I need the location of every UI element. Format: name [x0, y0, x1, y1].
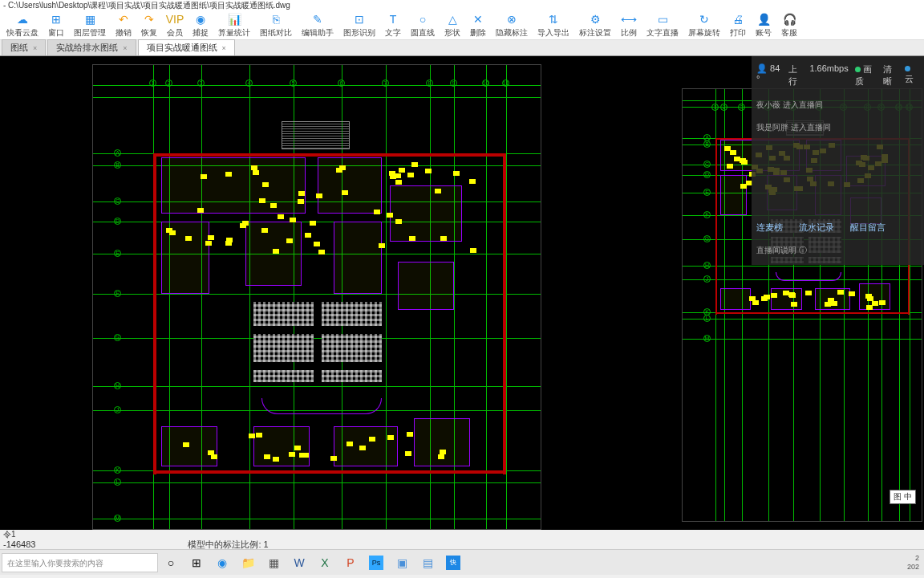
快看云盘-icon: ☁	[15, 12, 30, 26]
编辑助手-icon: ✎	[310, 12, 325, 26]
viewers-label: 👤 84 °	[756, 63, 782, 88]
chat-msg: 夜小薇 进入直播间	[756, 100, 919, 111]
图纸对比-icon: ⎘	[269, 12, 283, 26]
窗口-icon: ⊞	[49, 12, 63, 26]
app-icon[interactable]: ▦	[261, 552, 286, 574]
overlay-stats: 👤 84 ° 上行 1.66mbps 画质 清晰 云	[756, 61, 919, 90]
tool-窗口[interactable]: ⊞窗口	[43, 10, 69, 40]
edge-icon[interactable]: ◉	[209, 552, 235, 574]
tool-形状[interactable]: △形状	[440, 10, 465, 40]
形状-icon: △	[445, 12, 460, 26]
导入导出-icon: ⇅	[546, 12, 561, 26]
撤销-icon: ↶	[116, 12, 131, 26]
打印-icon: 🖨	[731, 12, 745, 26]
scale-readout: 模型中的标注比例: 1	[188, 539, 268, 549]
算量统计-icon: 📊	[227, 12, 241, 26]
tool-图层管理[interactable]: ▦图层管理	[69, 10, 111, 40]
tool-客服[interactable]: 🎧客服	[776, 10, 802, 40]
overlay-btn[interactable]: 连麦榜	[756, 222, 783, 234]
tool-标注设置[interactable]: ⚙标注设置	[574, 10, 616, 40]
app3-icon[interactable]: ▤	[415, 552, 440, 574]
excel-icon[interactable]: X	[312, 552, 338, 574]
status-line-1: 令1	[0, 530, 924, 539]
coord-readout: -146483	[3, 539, 35, 549]
tab[interactable]: 实战给排水图纸×	[47, 39, 136, 55]
tool-快看云盘[interactable]: ☁快看云盘	[2, 10, 43, 40]
search-input[interactable]: 在这里输入你要搜索的内容	[2, 553, 158, 572]
恢复-icon: ↷	[142, 12, 156, 26]
tool-屏幕旋转[interactable]: ↻屏幕旋转	[683, 10, 725, 40]
图形识别-icon: ⊡	[352, 12, 367, 26]
tool-导入导出[interactable]: ⇅导入导出	[533, 10, 574, 40]
chat-msg: 我是阿胖 进入直播间	[756, 122, 919, 133]
标注设置-icon: ⚙	[588, 12, 602, 26]
文字直播-icon: ▭	[655, 12, 670, 26]
捕捉-icon: ◉	[193, 12, 208, 26]
tool-图形识别[interactable]: ⊡图形识别	[338, 10, 380, 40]
status-line-2: -146483 模型中的标注比例: 1	[0, 539, 924, 549]
close-icon[interactable]: ×	[222, 44, 226, 52]
app4-icon[interactable]: 快	[446, 556, 460, 570]
删除-icon: ✕	[471, 12, 485, 26]
ppt-icon[interactable]: P	[338, 552, 363, 574]
隐藏标注-icon: ⊗	[505, 12, 519, 26]
cad-canvas[interactable]: 1234567891011ABCDEFGHJKLM 1234567891011A…	[0, 56, 924, 530]
文字-icon: T	[386, 12, 400, 26]
viewport-left[interactable]: 1234567891011ABCDEFGHJKLM	[0, 56, 561, 530]
tool-恢复[interactable]: ↷恢复	[136, 10, 162, 40]
tool-比例[interactable]: ⟷比例	[616, 10, 642, 40]
uplink-label: 上行	[788, 63, 804, 88]
overlay-footer[interactable]: 直播间说明 ⓘ	[756, 245, 919, 256]
圆直线-icon: ○	[415, 12, 430, 26]
close-icon[interactable]: ×	[33, 44, 37, 52]
taskview-icon[interactable]: ⊞	[184, 552, 209, 574]
tool-删除[interactable]: ✕删除	[465, 10, 491, 40]
clock[interactable]: 2202	[907, 554, 919, 572]
document-tabs: 图纸×实战给排水图纸×项目实战暖通图纸×	[0, 40, 924, 56]
屏幕旋转-icon: ↻	[697, 12, 711, 26]
tool-文字[interactable]: T文字	[380, 10, 406, 40]
客服-icon: 🎧	[782, 12, 796, 26]
tool-会员[interactable]: VIP会员	[162, 10, 188, 40]
overlay-btn[interactable]: 醒目留言	[850, 222, 886, 234]
app2-icon[interactable]: ▣	[389, 552, 415, 574]
tool-圆直线[interactable]: ○圆直线	[406, 10, 440, 40]
会员-icon: VIP	[168, 12, 182, 26]
uplink-value: 1.66mbps	[809, 63, 848, 88]
账号-icon: 👤	[756, 12, 771, 26]
ps-icon[interactable]: Ps	[369, 556, 383, 570]
cortana-icon[interactable]: ○	[158, 552, 184, 574]
floorplan-main: 1234567891011ABCDEFGHJKLM	[92, 64, 541, 530]
tool-撤销[interactable]: ↶撤销	[111, 10, 136, 40]
tool-账号[interactable]: 👤账号	[751, 10, 776, 40]
overlay-btn[interactable]: 流水记录	[799, 222, 834, 234]
title-bar: - C:\Users\lush\Desktop\课程\项目实战\项目实战暖通图纸…	[0, 0, 924, 11]
tab[interactable]: 项目实战暖通图纸×	[138, 39, 235, 55]
stream-overlay: 👤 84 ° 上行 1.66mbps 画质 清晰 云 夜小薇 进入直播间 我是阿…	[752, 56, 924, 265]
tool-图纸对比[interactable]: ⎘图纸对比	[255, 10, 297, 40]
tool-算量统计[interactable]: 📊算量统计	[213, 10, 255, 40]
main-toolbar: ☁快看云盘⊞窗口▦图层管理↶撤销↷恢复VIP会员◉捕捉📊算量统计⎘图纸对比✎编辑…	[0, 11, 924, 40]
explorer-icon[interactable]: 📁	[235, 552, 261, 574]
close-icon[interactable]: ×	[123, 44, 127, 52]
tool-编辑助手[interactable]: ✎编辑助手	[297, 10, 338, 40]
tool-文字直播[interactable]: ▭文字直播	[642, 10, 683, 40]
tool-隐藏标注[interactable]: ⊗隐藏标注	[491, 10, 533, 40]
view-badge[interactable]: 图 中	[890, 490, 916, 504]
word-icon[interactable]: W	[286, 552, 312, 574]
windows-taskbar: 在这里输入你要搜索的内容 ○ ⊞ ◉ 📁 ▦ W X P Ps ▣ ▤ 快 22…	[0, 549, 924, 575]
图层管理-icon: ▦	[83, 12, 97, 26]
tool-捕捉[interactable]: ◉捕捉	[188, 10, 213, 40]
比例-icon: ⟷	[622, 12, 636, 26]
tab[interactable]: 图纸×	[2, 39, 46, 55]
tool-打印[interactable]: 🖨打印	[725, 10, 751, 40]
